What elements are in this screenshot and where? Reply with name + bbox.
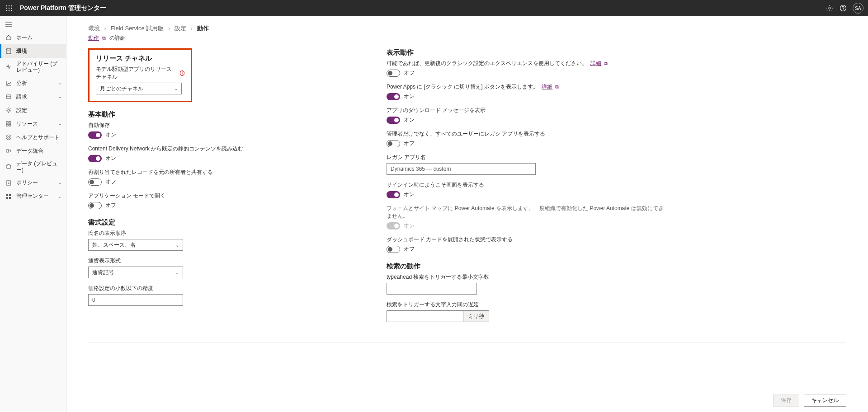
- user-avatar[interactable]: SA: [853, 3, 863, 14]
- app-launcher-icon[interactable]: [5, 4, 14, 13]
- res-icon: [5, 121, 13, 127]
- details-link-row: 動作 ⧉ の詳細: [88, 34, 846, 42]
- sidebar-item-resources[interactable]: リソース⌄: [0, 117, 66, 131]
- svg-point-3: [6, 8, 7, 9]
- info-icon[interactable]: i: [180, 70, 184, 76]
- appmode-toggle[interactable]: [88, 202, 102, 209]
- currency-dropdown[interactable]: 通貨記号 ⌄: [88, 267, 183, 278]
- search-behavior-title: 検索の動作: [387, 262, 667, 271]
- svg-rect-16: [6, 95, 11, 98]
- classic-details-link[interactable]: 詳細: [590, 60, 601, 66]
- svg-point-6: [6, 10, 7, 11]
- welcome-toggle[interactable]: [387, 191, 400, 198]
- sidebar-item-label: ヘルプとサポート: [16, 134, 61, 140]
- chevron-down-icon: ⌄: [58, 80, 61, 85]
- cdn-toggle[interactable]: [88, 155, 102, 162]
- switchclassic-details-link[interactable]: 詳細: [542, 84, 552, 90]
- breadcrumb-current: 動作: [197, 25, 209, 32]
- sidebar-item-advisor[interactable]: アドバイザー (プレビュー): [0, 58, 66, 76]
- footer-separator: [88, 342, 846, 342]
- legacyname-label: レガシ アプリ名: [387, 154, 667, 161]
- behavior-details-link[interactable]: 動作: [88, 35, 99, 41]
- chevron-down-icon: ⌄: [175, 270, 179, 275]
- download-toggle[interactable]: [387, 117, 400, 124]
- dashboard-toggle[interactable]: [387, 246, 400, 253]
- reassign-toggle[interactable]: [88, 178, 102, 186]
- breadcrumb-item[interactable]: 環境: [88, 25, 100, 32]
- sidebar-item-label: データ (プレビュー): [16, 160, 61, 173]
- bill-icon: [5, 94, 13, 100]
- nameorder-dropdown[interactable]: 姓、スペース、名 ⌄: [88, 239, 183, 251]
- chevron-down-icon: ⌄: [58, 194, 61, 199]
- appmode-label: アプリケーション モードで開く: [88, 192, 359, 200]
- sidebar-item-admincenter[interactable]: 管理センター⌄: [0, 190, 66, 203]
- external-link-icon: ⧉: [604, 61, 608, 66]
- sidebar-item-datapreview[interactable]: データ (プレビュー): [0, 158, 66, 176]
- footer-actions: 保存 キャンセル: [66, 389, 868, 412]
- typeahead-label: typeahead 検索をトリガーする最小文字数: [387, 273, 667, 281]
- chart-icon: [5, 80, 13, 86]
- svg-rect-29: [6, 194, 8, 196]
- sidebar-item-help[interactable]: ヘルプとサポート: [0, 131, 66, 144]
- svg-rect-26: [7, 181, 10, 185]
- svg-point-15: [6, 48, 11, 50]
- delay-label: 検索をトリガーする文字入力間の遅延: [387, 301, 667, 309]
- svg-point-24: [8, 136, 9, 138]
- chevron-down-icon: ⌄: [58, 180, 61, 185]
- env-icon: [5, 48, 13, 54]
- dashboard-desc: ダッシュボード カードを展開された状態で表示する: [387, 236, 667, 243]
- release-channel-highlight: リリース チャネル モデル駆動型アプリのリリース チャネル i 月ごとのチャネル…: [88, 48, 192, 102]
- sidebar-item-billing[interactable]: 請求⌄: [0, 90, 66, 103]
- breadcrumb-item[interactable]: 設定: [175, 25, 186, 32]
- svg-rect-19: [6, 122, 8, 123]
- sidebar-item-home[interactable]: ホーム: [0, 31, 66, 44]
- help-icon[interactable]: [836, 1, 850, 15]
- switchclassic-desc: Power Apps に [クラシック に切り替え] ボタンを表示します。 詳細…: [387, 83, 667, 91]
- legacy-desc: 管理者だけでなく、すべてのユーザーにレガシ アプリを表示する: [387, 130, 667, 138]
- gear-icon[interactable]: [823, 1, 836, 15]
- sidebar-item-analytics[interactable]: 分析⌄: [0, 76, 66, 90]
- header-title: Power Platform 管理センター: [20, 4, 106, 12]
- delay-input[interactable]: [387, 310, 463, 322]
- top-header: Power Platform 管理センター SA: [0, 0, 868, 16]
- welcome-desc: サインイン時にようこそ画面を表示する: [387, 181, 667, 189]
- cdn-label: Content Delivery Network から既定の静的コンテンツを読み…: [88, 145, 359, 153]
- policy-icon: [5, 180, 13, 186]
- svg-point-7: [9, 10, 9, 11]
- gear-icon: [5, 107, 13, 113]
- svg-point-8: [11, 10, 12, 11]
- switchclassic-toggle[interactable]: [387, 93, 400, 100]
- sidebar-item-label: 請求: [16, 94, 58, 100]
- chevron-down-icon: ⌄: [175, 243, 179, 248]
- legacy-toggle[interactable]: [387, 140, 400, 147]
- svg-point-0: [6, 5, 7, 6]
- classic-toggle[interactable]: [387, 70, 400, 77]
- sidebar-item-dataint[interactable]: データ統合: [0, 144, 66, 158]
- svg-rect-21: [6, 124, 8, 126]
- legacyname-input[interactable]: [387, 163, 536, 175]
- svg-point-4: [9, 8, 9, 9]
- dataint-icon: [5, 148, 13, 154]
- sidebar-item-settings[interactable]: 設定: [0, 103, 66, 117]
- svg-rect-20: [9, 122, 11, 123]
- sidebar-item-policy[interactable]: ポリシー⌄: [0, 176, 66, 190]
- help-icon: [5, 134, 13, 140]
- automate-toggle: [387, 222, 400, 229]
- chevron-down-icon: ⌄: [58, 121, 61, 126]
- cancel-button[interactable]: キャンセル: [804, 394, 846, 407]
- datap-icon: [5, 164, 13, 170]
- svg-rect-31: [6, 197, 8, 199]
- sidebar-item-env[interactable]: 環境: [0, 44, 66, 58]
- breadcrumb-item[interactable]: Field Service 試用版: [111, 25, 164, 32]
- release-channel-title: リリース チャネル: [96, 54, 184, 63]
- sidebar-item-label: 分析: [16, 80, 58, 86]
- svg-point-1: [9, 5, 9, 6]
- release-channel-dropdown[interactable]: 月ごとのチャネル ⌄: [96, 83, 182, 94]
- typeahead-input[interactable]: [387, 283, 477, 295]
- home-icon: [5, 34, 13, 41]
- svg-point-5: [11, 8, 12, 9]
- autosave-toggle[interactable]: [88, 131, 102, 139]
- sidebar-collapse-icon[interactable]: [0, 18, 66, 31]
- precision-label: 価格設定の小数以下の精度: [88, 285, 359, 292]
- precision-input[interactable]: [88, 294, 183, 306]
